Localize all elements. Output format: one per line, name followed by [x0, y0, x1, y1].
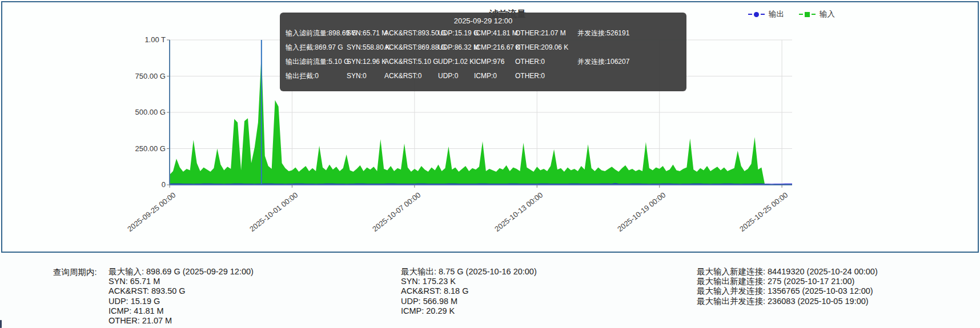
summary-line: 最大输出新建连接: 275 (2025-10-17 21:00) [697, 277, 878, 286]
summary-line: OTHER: 21.07 M [109, 316, 254, 326]
summary-section: 查询周期内: 最大输入: 898.69 G (2025-09-29 12:00)… [0, 260, 980, 328]
tooltip-cell: 输入拦截:869.97 G [286, 41, 347, 55]
legend-item-output[interactable]: 输出 [748, 9, 784, 19]
tooltip-cell: ACK&RST:869.88 G [384, 41, 438, 55]
output-line-series [170, 184, 792, 184]
tooltip-cell: OTHER:0 [515, 69, 577, 83]
summary-line: 最大输出并发连接: 236083 (2025-10-05 19:00) [697, 297, 878, 306]
summary-line: 最大输入: 898.69 G (2025-09-29 12:00) [109, 267, 254, 277]
tooltip-cell: ICMP:0 [474, 69, 515, 83]
tooltip-cell: 输出滤前流量:5.10 G [286, 55, 347, 69]
legend-dash-icon [748, 14, 752, 15]
summary-line: ICMP: 20.29 K [401, 306, 537, 316]
tooltip-cell: SYN:12.96 K [347, 55, 384, 69]
legend-dash-icon [761, 14, 765, 15]
summary-max-input-column: 最大输入: 898.69 G (2025-09-29 12:00)SYN: 65… [109, 267, 254, 326]
chart-tooltip: 2025-09-29 12:00 输入滤前流量:898.69 GSYN:65.7… [280, 13, 686, 91]
tooltip-cell: ICMP:976 [474, 55, 515, 69]
tooltip-cell: OTHER:0 [515, 55, 577, 69]
tooltip-cell: SYN:558.80 K [347, 41, 384, 55]
summary-line: UDP: 566.98 M [401, 297, 537, 306]
y-axis-tick-label: 500.00 G [120, 108, 166, 116]
tooltip-row: 输入拦截:869.97 GSYN:558.80 KACK&RST:869.88 … [286, 41, 681, 55]
summary-line: ACK&RST: 8.18 G [401, 286, 537, 296]
chart-legend: 输出输入 [748, 9, 835, 19]
legend-item-input[interactable]: 输入 [799, 9, 835, 19]
circle-marker-icon [754, 12, 759, 17]
tooltip-row: 输出滤前流量:5.10 GSYN:12.96 KACK&RST:5.10 GUD… [286, 55, 681, 69]
legend-dash-icon [812, 14, 816, 15]
tooltip-row: 输出拦截:0SYN:0ACK&RST:0UDP:0ICMP:0OTHER:0 [286, 69, 681, 83]
page: 滤前流量 输出输入 1.00 T750.00 G500.00 G250.00 G… [0, 0, 980, 328]
legend-label: 输出 [769, 9, 784, 19]
legend-label: 输入 [820, 9, 835, 19]
panel-corner-fragment [0, 320, 2, 328]
summary-max-output-column: 最大输出: 8.75 G (2025-10-16 20:00)SYN: 175.… [401, 267, 537, 316]
tooltip-cell: ICMP:216.67 K [474, 41, 515, 55]
tooltip-cell: SYN:0 [347, 69, 384, 83]
tooltip-timestamp: 2025-09-29 12:00 [286, 16, 681, 26]
summary-connections-column: 最大输入新建连接: 84419320 (2025-10-24 00:00)最大输… [697, 267, 878, 306]
summary-line: SYN: 175.23 K [401, 277, 537, 286]
tooltip-cell: OTHER:21.07 M [515, 26, 577, 41]
tooltip-cell: SYN:65.71 M [347, 26, 384, 41]
tooltip-cell: OTHER:209.06 K [515, 41, 577, 55]
summary-line: 最大输入新建连接: 84419320 (2025-10-24 00:00) [697, 267, 878, 277]
tooltip-cell: ICMP:41.81 M [474, 26, 515, 41]
summary-line: UDP: 15.19 G [109, 297, 254, 306]
tooltip-cell [577, 69, 681, 83]
summary-line: 最大输入并发连接: 1356765 (2025-10-03 12:00) [697, 286, 878, 296]
tooltip-cell: 输出拦截:0 [286, 69, 347, 83]
tooltip-cell: ACK&RST:0 [384, 69, 438, 83]
y-axis-tick-label: 750.00 G [120, 72, 166, 80]
summary-line: 最大输出: 8.75 G (2025-10-16 20:00) [401, 267, 537, 277]
tooltip-cell: UDP:1.02 K [438, 55, 474, 69]
y-axis-tick-label: 1.00 T [120, 35, 166, 44]
tooltip-cell: UDP:15.19 G [438, 26, 474, 41]
square-marker-icon [805, 12, 810, 17]
tooltip-cell: 并发连接:526191 [577, 26, 681, 41]
tooltip-cell: ACK&RST:5.10 G [384, 55, 438, 69]
tooltip-cell: ACK&RST:893.50 G [384, 26, 438, 41]
summary-line: ACK&RST: 893.50 G [109, 286, 254, 296]
y-axis-tick-label: 0 [120, 180, 166, 189]
tooltip-rows: 输入滤前流量:898.69 GSYN:65.71 MACK&RST:893.50… [286, 26, 681, 83]
tooltip-row: 输入滤前流量:898.69 GSYN:65.71 MACK&RST:893.50… [286, 26, 681, 41]
period-label: 查询周期内: [53, 267, 97, 278]
tooltip-cell [577, 41, 681, 55]
y-axis-tick-label: 250.00 G [120, 144, 166, 153]
legend-dash-icon [799, 14, 803, 15]
tooltip-cell: 输入滤前流量:898.69 G [286, 26, 347, 41]
summary-line: SYN: 65.71 M [109, 277, 254, 286]
tooltip-cell: UDP:86.32 M [438, 41, 474, 55]
summary-line: ICMP: 41.81 M [109, 306, 254, 316]
tooltip-cell: UDP:0 [438, 69, 474, 83]
tooltip-cell: 并发连接:106207 [577, 55, 681, 69]
